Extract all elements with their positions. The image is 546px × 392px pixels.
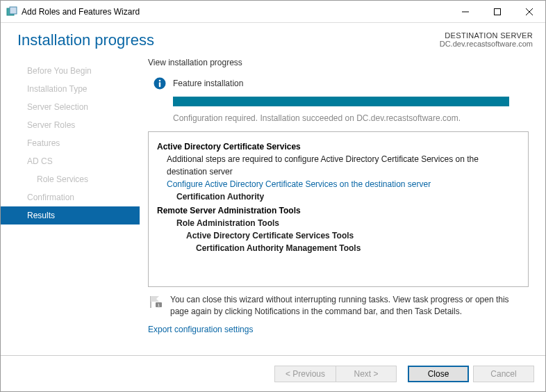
- status-line: Feature installation: [148, 77, 529, 90]
- cancel-button: Cancel: [473, 366, 534, 382]
- destination-server: DC.dev.recastsoftware.com: [440, 40, 533, 48]
- camt: Certification Authority Management Tools: [196, 242, 520, 254]
- details-box: Active Directory Certificate Services Ad…: [148, 131, 529, 287]
- close-button[interactable]: Close: [408, 366, 469, 382]
- svg-rect-8: [159, 82, 160, 87]
- main: Before You Begin Installation Type Serve…: [1, 52, 545, 348]
- progress-bar: [173, 97, 509, 106]
- note-row: 1 You can close this wizard without inte…: [148, 287, 529, 318]
- minimize-button[interactable]: [449, 1, 481, 23]
- nav-button-pair: < Previous Next >: [274, 366, 397, 382]
- sidebar-item-type: Installation Type: [1, 80, 140, 98]
- sidebar-item-confirmation: Confirmation: [1, 188, 140, 206]
- sidebar-item-results[interactable]: Results: [1, 206, 140, 224]
- svg-rect-3: [495, 8, 501, 15]
- svg-point-7: [159, 80, 161, 82]
- info-icon: [154, 77, 166, 90]
- rsat-title: Remote Server Administration Tools: [157, 204, 520, 217]
- sidebar-item-selection: Server Selection: [1, 98, 140, 116]
- sidebar-item-before: Before You Begin: [1, 62, 140, 80]
- export-config-link[interactable]: Export configuration settings: [148, 325, 529, 334]
- window-controls: [449, 1, 545, 23]
- adcs-desc: Additional steps are required to configu…: [167, 153, 520, 178]
- app-icon: [6, 6, 17, 17]
- role-admin: Role Administration Tools: [176, 217, 520, 229]
- adcs-tools: Active Directory Certificate Services To…: [186, 229, 520, 242]
- svg-rect-1: [10, 7, 17, 14]
- content: View installation progress Feature insta…: [140, 52, 545, 348]
- sidebar-item-features: Features: [1, 134, 140, 152]
- button-bar: < Previous Next > Close Cancel: [1, 355, 545, 391]
- cert-auth: Certification Authority: [176, 190, 520, 203]
- next-button: Next >: [336, 366, 397, 382]
- status-text: Feature installation: [173, 79, 243, 88]
- sidebar-item-roles: Server Roles: [1, 116, 140, 134]
- destination-info: DESTINATION SERVER DC.dev.recastsoftware…: [440, 31, 533, 49]
- window-title: Add Roles and Features Wizard: [22, 7, 449, 17]
- previous-button: < Previous: [274, 366, 336, 382]
- config-required-text: Configuration required. Installation suc…: [173, 113, 529, 123]
- destination-label: DESTINATION SERVER: [440, 31, 533, 40]
- maximize-button[interactable]: [481, 1, 513, 23]
- content-subtitle: View installation progress: [148, 58, 529, 67]
- configure-adcs-link[interactable]: Configure Active Directory Certificate S…: [167, 178, 520, 190]
- header: Installation progress DESTINATION SERVER…: [1, 23, 545, 52]
- sidebar: Before You Begin Installation Type Serve…: [1, 52, 140, 348]
- page-title: Installation progress: [17, 31, 440, 49]
- note-text: You can close this wizard without interr…: [170, 294, 529, 318]
- adcs-title: Active Directory Certificate Services: [157, 140, 520, 153]
- sidebar-item-roleservices: Role Services: [1, 170, 140, 188]
- flag-icon: 1: [148, 294, 163, 309]
- close-window-button[interactable]: [513, 1, 545, 23]
- sidebar-item-adcs: AD CS: [1, 152, 140, 170]
- titlebar: Add Roles and Features Wizard: [1, 1, 545, 23]
